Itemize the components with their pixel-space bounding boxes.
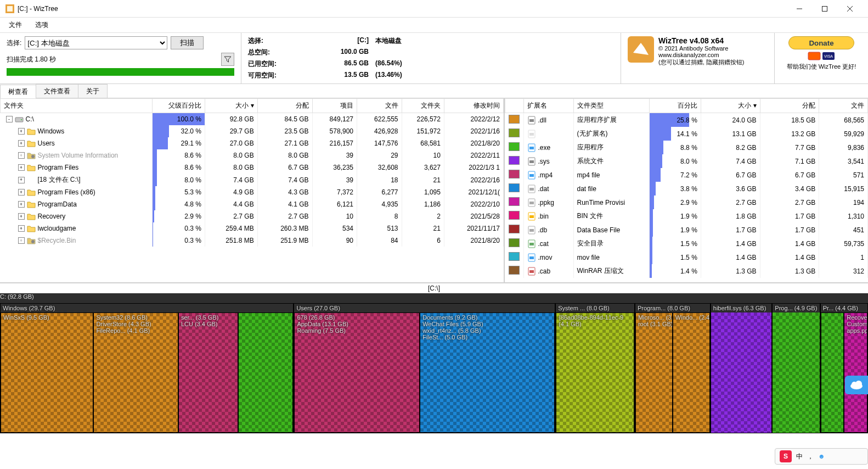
table-row[interactable]: .dll应用程序扩展25.8 %24.0 GB18.5 GB68,565 (505, 113, 868, 127)
col-ext[interactable]: 扩展名 (523, 99, 573, 113)
main-split: 文件夹 父级百分比 大小 ▾ 分配 项目 文件 文件夹 修改时间 -C:\100… (0, 98, 868, 283)
treemap-node[interactable]: Prog... (4.9 GB) (772, 303, 820, 433)
drive-select[interactable]: [C:] 本地磁盘 (25, 36, 167, 49)
window-title: [C:] - WizTree (18, 5, 58, 13)
ext-name: .db (538, 226, 548, 234)
table-row[interactable]: .ppkgRunTime Provisi2.9 %2.7 GB2.7 GB194 (505, 196, 868, 209)
table-row[interactable]: +Users29.1 %27.0 GB27.1 GB216,157147,576… (1, 137, 504, 149)
expand-toggle[interactable]: + (18, 128, 25, 135)
table-row[interactable]: +System Volume Information8.6 %8.0 GB8.0… (1, 149, 504, 161)
tab-about[interactable]: 关于 (78, 84, 108, 98)
treemap[interactable]: C: (92.8 GB) Windows (29.7 GB)WinSxS (9.… (0, 293, 868, 433)
svg-point-39 (855, 381, 862, 387)
col-folder[interactable]: 文件夹 (1, 99, 153, 113)
table-row[interactable]: +ProgramData4.8 %4.4 GB4.1 GB6,1214,9351… (1, 198, 504, 210)
progress-bar (7, 68, 234, 76)
tab-tree[interactable]: 树查看 (0, 85, 36, 98)
top-panels: 选择: [C:] 本地磁盘 扫描 扫描完成 1.80 秒 选择: [C:] 本地… (0, 33, 868, 84)
color-swatch (509, 170, 520, 178)
info-used-pct: (86.54%) (369, 59, 435, 69)
info-select-label: 选择: (248, 36, 297, 46)
table-row[interactable]: (无扩展名)14.1 %13.1 GB13.2 GB59,929 (505, 127, 868, 141)
smiley-icon: ☻ (818, 453, 825, 460)
info-free: 13.5 GB (297, 71, 369, 80)
col-files[interactable]: 文件 (357, 99, 402, 113)
col-parent-pct[interactable]: 父级百分比 (153, 99, 205, 113)
expand-toggle[interactable]: + (18, 189, 25, 196)
ext-name: .ppkg (538, 199, 554, 206)
expand-toggle[interactable]: + (18, 152, 25, 159)
expand-toggle[interactable]: - (6, 116, 13, 122)
table-row[interactable]: -C:\100.0 %92.8 GB84.5 GB849,127622,5552… (1, 113, 504, 126)
table-row[interactable]: +Program Files8.6 %8.0 GB6.7 GB36,23532,… (1, 161, 504, 174)
table-row[interactable]: .sys系统文件8.0 %7.4 GB7.1 GB3,541 (505, 154, 868, 168)
close-icon (847, 6, 853, 12)
col-items[interactable]: 项目 (312, 99, 357, 113)
cloud-widget[interactable] (845, 376, 868, 394)
col-type[interactable]: 文件类型 (573, 99, 650, 113)
table-row[interactable]: +$Recycle.Bin0.3 %251.8 MB251.9 MB908462… (1, 235, 504, 247)
brand-title: WizTree v4.08 x64 (658, 36, 744, 45)
table-row[interactable]: +Program Files (x86)5.3 %4.9 GB4.3 GB7,3… (1, 186, 504, 198)
expand-toggle[interactable]: + (18, 140, 25, 147)
folder-name: $Recycle.Bin (38, 237, 76, 244)
color-swatch (509, 142, 520, 151)
table-row[interactable]: .dbData Base File1.9 %1.7 GB1.7 GB451 (505, 223, 868, 237)
col-size[interactable]: 大小 ▾ (205, 99, 257, 113)
table-row[interactable]: +Windows32.0 %29.7 GB23.5 GB578,900426,9… (1, 125, 504, 137)
scan-panel: 选择: [C:] 本地磁盘 扫描 扫描完成 1.80 秒 (0, 33, 241, 83)
extension-table[interactable]: 扩展名 文件类型 百分比 大小 ▾ 分配 文件 .dll应用程序扩展25.8 %… (505, 98, 868, 278)
col-swatch[interactable] (505, 99, 524, 113)
treemap-node[interactable]: Windows (29.7 GB)WinSxS (9.5 GB)System32… (0, 303, 294, 433)
col-folders[interactable]: 文件夹 (402, 99, 444, 113)
expand-toggle[interactable]: + (18, 237, 25, 244)
table-row[interactable]: .movmov file1.5 %1.4 GB1.4 GB1 (505, 250, 868, 264)
expand-toggle[interactable]: + (18, 225, 25, 232)
treemap-node[interactable]: Program... (8.0 GB)Microso... (3.1 GB)ro… (635, 303, 711, 433)
expand-toggle[interactable]: + (18, 177, 25, 183)
table-row[interactable]: +lwcloudgame0.3 %259.4 MB260.3 MB5345132… (1, 222, 504, 235)
table-row[interactable]: .cat安全目录1.5 %1.4 GB1.4 GB59,735 (505, 237, 868, 250)
table-row[interactable]: .binBIN 文件1.9 %1.8 GB1.7 GB1,310 (505, 209, 868, 223)
table-row[interactable]: .datdat file3.8 %3.6 GB3.4 GB15,915 (505, 182, 868, 196)
folder-table[interactable]: 文件夹 父级百分比 大小 ▾ 分配 项目 文件 文件夹 修改时间 -C:\100… (0, 98, 504, 247)
expand-toggle[interactable]: + (18, 213, 25, 220)
expand-toggle[interactable]: + (18, 164, 25, 171)
col-ext-files[interactable]: 文件 (819, 99, 868, 113)
menu-options[interactable]: 选项 (31, 18, 53, 32)
treemap-node[interactable]: hiberfil.sys (6.3 GB) (711, 303, 773, 433)
svg-point-12 (31, 240, 35, 243)
color-swatch (509, 115, 520, 124)
menu-file[interactable]: 文件 (4, 18, 26, 32)
table-row[interactable]: .exe应用程序8.8 %8.2 GB7.7 GB9,836 (505, 141, 868, 154)
treemap-node[interactable]: System ... (8.0 GB){86ad08be-894d-11ec-9… (555, 303, 635, 433)
treemap-node[interactable]: Users (27.0 GB)678 (26.8 GB)AppData (13.… (294, 303, 555, 433)
treemap-node[interactable]: Pr... (4.4 GB)Recovery (2.7 GB)Customiza… (820, 303, 868, 433)
info-drive: 本地磁盘 (369, 36, 435, 46)
filter-button[interactable] (221, 53, 234, 66)
col-ext-alloc[interactable]: 分配 (760, 99, 819, 113)
col-alloc[interactable]: 分配 (257, 99, 312, 113)
folder-name: [18 文件在 C:\] (38, 175, 81, 185)
col-ext-size[interactable]: 大小 ▾ (701, 99, 760, 113)
info-total-label: 总空间: (248, 48, 297, 57)
ime-bar[interactable]: S 中 ， ☻ (775, 448, 868, 465)
minimize-button[interactable] (787, 0, 812, 18)
payment-cards-icon: VISA (779, 52, 864, 60)
tab-files[interactable]: 文件查看 (36, 84, 78, 98)
table-row[interactable]: +Recovery2.9 %2.7 GB2.7 GB10822021/5/28 (1, 210, 504, 222)
maximize-icon (822, 6, 827, 12)
color-swatch (509, 252, 520, 261)
scan-button[interactable]: 扫描 (171, 36, 204, 49)
maximize-button[interactable] (812, 0, 837, 18)
table-row[interactable]: .cabWinRAR 压缩文1.4 %1.3 GB1.3 GB312 (505, 264, 868, 278)
table-row[interactable]: .mp4mp4 file7.2 %6.7 GB6.7 GB571 (505, 168, 868, 182)
close-button[interactable] (837, 0, 863, 18)
ext-name: .mp4 (538, 171, 553, 179)
col-ext-pct[interactable]: 百分比 (650, 99, 701, 113)
expand-toggle[interactable]: + (18, 201, 25, 208)
table-row[interactable]: +[18 文件在 C:\]8.0 %7.4 GB7.4 GB3918212022… (1, 174, 504, 186)
donate-button[interactable]: Donate (788, 36, 854, 49)
brand-url[interactable]: www.diskanalyzer.com (658, 52, 744, 58)
col-modified[interactable]: 修改时间 (444, 99, 503, 113)
